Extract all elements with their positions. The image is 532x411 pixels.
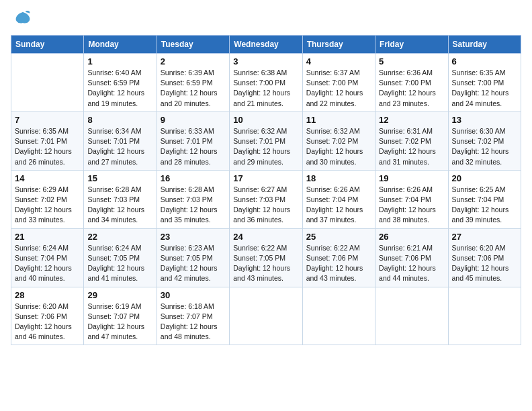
day-number: 30 [161,290,226,300]
calendar-week-row: 7Sunrise: 6:35 AMSunset: 7:01 PMDaylight… [11,111,521,170]
calendar-body: 1Sunrise: 6:40 AMSunset: 6:59 PMDaylight… [11,54,521,345]
calendar-cell: 30Sunrise: 6:18 AMSunset: 7:07 PMDayligh… [157,287,229,345]
day-number: 8 [87,115,152,125]
calendar-cell: 1Sunrise: 6:40 AMSunset: 6:59 PMDaylight… [84,54,157,112]
day-info: Sunrise: 6:25 AMSunset: 7:04 PMDaylight:… [452,185,517,226]
calendar-cell: 20Sunrise: 6:25 AMSunset: 7:04 PMDayligh… [448,170,521,228]
calendar-cell [375,287,448,345]
weekday-header-row: SundayMondayTuesdayWednesdayThursdayFrid… [11,36,521,54]
calendar-cell: 21Sunrise: 6:24 AMSunset: 7:04 PMDayligh… [11,228,84,287]
day-info: Sunrise: 6:36 AMSunset: 7:00 PMDaylight:… [379,68,444,109]
calendar-cell: 13Sunrise: 6:30 AMSunset: 7:02 PMDayligh… [448,111,521,170]
day-info: Sunrise: 6:26 AMSunset: 7:04 PMDaylight:… [306,185,371,226]
calendar-week-row: 1Sunrise: 6:40 AMSunset: 6:59 PMDaylight… [11,54,521,112]
calendar-cell: 12Sunrise: 6:31 AMSunset: 7:02 PMDayligh… [375,111,448,170]
day-info: Sunrise: 6:20 AMSunset: 7:06 PMDaylight:… [15,302,80,342]
calendar-cell: 28Sunrise: 6:20 AMSunset: 7:06 PMDayligh… [11,287,84,345]
day-info: Sunrise: 6:32 AMSunset: 7:01 PMDaylight:… [233,126,298,167]
day-number: 14 [15,173,80,183]
day-number: 22 [87,232,152,242]
day-info: Sunrise: 6:35 AMSunset: 7:01 PMDaylight:… [15,126,80,167]
calendar-cell: 19Sunrise: 6:26 AMSunset: 7:04 PMDayligh… [375,170,448,228]
calendar-cell: 29Sunrise: 6:19 AMSunset: 7:07 PMDayligh… [84,287,157,345]
calendar-cell: 15Sunrise: 6:28 AMSunset: 7:03 PMDayligh… [84,170,157,228]
calendar-cell: 25Sunrise: 6:22 AMSunset: 7:06 PMDayligh… [302,228,375,287]
day-number: 2 [161,56,226,66]
day-number: 3 [233,56,298,66]
day-number: 16 [161,173,226,183]
calendar-week-row: 14Sunrise: 6:29 AMSunset: 7:02 PMDayligh… [11,170,521,228]
calendar-cell [11,54,84,112]
day-info: Sunrise: 6:34 AMSunset: 7:01 PMDaylight:… [87,126,152,167]
logo [11,11,32,30]
calendar-cell: 23Sunrise: 6:23 AMSunset: 7:05 PMDayligh… [157,228,229,287]
day-number: 19 [379,173,444,183]
day-number: 12 [379,115,444,125]
calendar-cell: 10Sunrise: 6:32 AMSunset: 7:01 PMDayligh… [230,111,302,170]
weekday-header-tuesday: Tuesday [157,36,229,54]
day-info: Sunrise: 6:20 AMSunset: 7:06 PMDaylight:… [452,243,517,284]
day-number: 15 [87,173,152,183]
calendar-cell: 5Sunrise: 6:36 AMSunset: 7:00 PMDaylight… [375,54,448,112]
day-number: 18 [306,173,371,183]
day-number: 28 [15,290,80,300]
day-number: 5 [379,56,444,66]
calendar-cell: 4Sunrise: 6:37 AMSunset: 7:00 PMDaylight… [302,54,375,112]
calendar-cell: 16Sunrise: 6:28 AMSunset: 7:03 PMDayligh… [157,170,229,228]
calendar-cell: 27Sunrise: 6:20 AMSunset: 7:06 PMDayligh… [448,228,521,287]
day-info: Sunrise: 6:26 AMSunset: 7:04 PMDaylight:… [379,185,444,226]
day-info: Sunrise: 6:24 AMSunset: 7:05 PMDaylight:… [87,243,152,284]
calendar-cell [302,287,375,345]
calendar-cell: 2Sunrise: 6:39 AMSunset: 6:59 PMDaylight… [157,54,229,112]
weekday-header-wednesday: Wednesday [230,36,302,54]
day-number: 11 [306,115,371,125]
day-number: 25 [306,232,371,242]
calendar-cell: 17Sunrise: 6:27 AMSunset: 7:03 PMDayligh… [230,170,302,228]
day-info: Sunrise: 6:37 AMSunset: 7:00 PMDaylight:… [306,68,371,109]
calendar-cell: 26Sunrise: 6:21 AMSunset: 7:06 PMDayligh… [375,228,448,287]
calendar-cell: 9Sunrise: 6:33 AMSunset: 7:01 PMDaylight… [157,111,229,170]
day-number: 23 [161,232,226,242]
calendar-cell: 18Sunrise: 6:26 AMSunset: 7:04 PMDayligh… [302,170,375,228]
day-number: 4 [306,56,371,66]
day-number: 17 [233,173,298,183]
day-number: 1 [87,56,152,66]
day-info: Sunrise: 6:22 AMSunset: 7:06 PMDaylight:… [306,243,371,284]
calendar-cell: 24Sunrise: 6:22 AMSunset: 7:05 PMDayligh… [230,228,302,287]
day-number: 24 [233,232,298,242]
calendar-cell [448,287,521,345]
day-info: Sunrise: 6:28 AMSunset: 7:03 PMDaylight:… [87,185,152,226]
day-number: 27 [452,232,517,242]
calendar-week-row: 28Sunrise: 6:20 AMSunset: 7:06 PMDayligh… [11,287,521,345]
day-number: 13 [452,115,517,125]
weekday-header-sunday: Sunday [11,36,84,54]
day-info: Sunrise: 6:40 AMSunset: 6:59 PMDaylight:… [87,68,152,109]
calendar-cell: 14Sunrise: 6:29 AMSunset: 7:02 PMDayligh… [11,170,84,228]
day-number: 26 [379,232,444,242]
day-number: 10 [233,115,298,125]
weekday-header-saturday: Saturday [448,36,521,54]
weekday-header-friday: Friday [375,36,448,54]
day-info: Sunrise: 6:38 AMSunset: 7:00 PMDaylight:… [233,68,298,109]
day-info: Sunrise: 6:29 AMSunset: 7:02 PMDaylight:… [15,185,80,226]
day-number: 7 [15,115,80,125]
day-info: Sunrise: 6:27 AMSunset: 7:03 PMDaylight:… [233,185,298,226]
day-info: Sunrise: 6:28 AMSunset: 7:03 PMDaylight:… [161,185,226,226]
day-number: 21 [15,232,80,242]
calendar-table: SundayMondayTuesdayWednesdayThursdayFrid… [11,35,521,345]
day-info: Sunrise: 6:23 AMSunset: 7:05 PMDaylight:… [161,243,226,284]
day-number: 29 [87,290,152,300]
calendar-cell [230,287,302,345]
day-info: Sunrise: 6:24 AMSunset: 7:04 PMDaylight:… [15,243,80,284]
day-info: Sunrise: 6:35 AMSunset: 7:00 PMDaylight:… [452,68,517,109]
calendar-cell: 22Sunrise: 6:24 AMSunset: 7:05 PMDayligh… [84,228,157,287]
day-number: 9 [161,115,226,125]
calendar-week-row: 21Sunrise: 6:24 AMSunset: 7:04 PMDayligh… [11,228,521,287]
calendar-cell: 11Sunrise: 6:32 AMSunset: 7:02 PMDayligh… [302,111,375,170]
day-number: 6 [452,56,517,66]
day-info: Sunrise: 6:33 AMSunset: 7:01 PMDaylight:… [161,126,226,167]
day-info: Sunrise: 6:32 AMSunset: 7:02 PMDaylight:… [306,126,371,167]
day-info: Sunrise: 6:30 AMSunset: 7:02 PMDaylight:… [452,126,517,167]
calendar-cell: 8Sunrise: 6:34 AMSunset: 7:01 PMDaylight… [84,111,157,170]
calendar-cell: 7Sunrise: 6:35 AMSunset: 7:01 PMDaylight… [11,111,84,170]
